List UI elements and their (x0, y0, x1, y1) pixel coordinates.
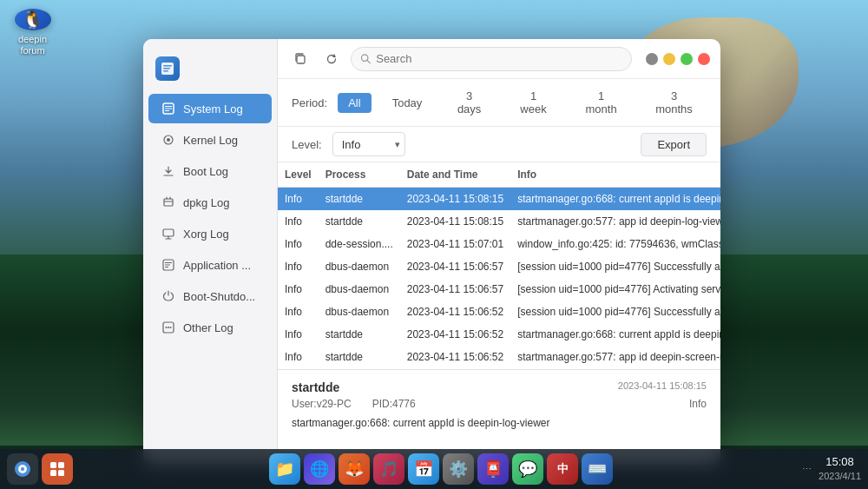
svg-point-19 (168, 327, 169, 328)
minimize-button[interactable]: − (663, 53, 675, 65)
taskbar-icon-app3[interactable]: 🦊 (339, 453, 370, 485)
other-log-label: Other Log (183, 321, 233, 334)
period-3months-button[interactable]: 3 months (641, 86, 707, 119)
cell-process: dbus-daemon (319, 301, 400, 323)
menu-button[interactable]: ⋯ (646, 53, 658, 65)
close-button[interactable]: × (698, 53, 710, 65)
application-log-icon (161, 257, 176, 273)
svg-rect-2 (163, 68, 170, 69)
svg-rect-1 (163, 65, 172, 67)
table-row[interactable]: Info dbus-daemon 2023-04-11 15:06:57 [se… (278, 278, 720, 301)
taskbar-icon-calendar[interactable]: 📅 (408, 453, 439, 485)
svg-point-18 (166, 327, 168, 328)
detail-user: User:v29-PC (292, 398, 352, 410)
cell-process: startdde (319, 346, 400, 368)
table-row[interactable]: Info startdde 2023-04-11 15:08:15 startm… (278, 210, 720, 233)
system-log-label: System Log (183, 102, 243, 116)
cell-process: startdde (319, 210, 400, 233)
taskbar-icon-app8[interactable]: 💬 (512, 453, 543, 485)
sidebar-item-dpkg-log[interactable]: dpkg Log (148, 188, 272, 217)
cell-datetime: 2023-04-11 15:06:52 (400, 301, 510, 323)
table-header-row: Level Process Date and Time Info (278, 162, 720, 188)
taskbar-icon-settings[interactable]: ⚙️ (443, 453, 474, 485)
col-header-datetime: Date and Time (400, 162, 510, 188)
application-log-label: Application ... (183, 259, 251, 272)
sidebar-item-boot-log[interactable]: Boot Log (148, 156, 272, 186)
level-select[interactable]: Info All Warning Error Debug (332, 132, 405, 156)
svg-rect-28 (58, 462, 64, 468)
table-row[interactable]: Info dbus-daemon 2023-04-11 15:06:52 [se… (278, 301, 720, 323)
export-button[interactable]: Export (641, 133, 707, 156)
cell-level: Info (278, 323, 319, 346)
refresh-button[interactable] (319, 47, 344, 71)
table-row[interactable]: Info startdde 2023-04-11 15:06:52 startm… (278, 346, 720, 368)
taskbar-date-display: 2023/4/11 (819, 470, 861, 482)
period-filter-row: Period: All Today 3 days 1 week 1 month … (278, 79, 720, 127)
boot-shutdown-log-label: Boot-Shutdo... (183, 290, 255, 303)
table-row[interactable]: Info dbus-daemon 2023-04-11 15:06:57 [se… (278, 255, 720, 278)
period-all-button[interactable]: All (338, 93, 371, 113)
deepin-logo-icon: 🐧 (15, 9, 51, 30)
dpkg-log-icon (161, 195, 176, 210)
system-log-icon (161, 101, 176, 116)
dpkg-log-label: dpkg Log (183, 196, 230, 209)
svg-rect-11 (164, 199, 173, 206)
cell-info: startmanager.go:577: app id deepin-scree… (510, 346, 720, 368)
cell-process: dde-session.... (319, 233, 400, 255)
desktop-logo[interactable]: 🐧 deepin forum (9, 9, 56, 56)
cell-info: [session uid=1000 pid=4776] Successfully… (510, 255, 720, 278)
cell-level: Info (278, 188, 319, 211)
period-1week-button[interactable]: 1 week (506, 86, 561, 119)
sidebar-item-system-log[interactable]: System Log (148, 94, 272, 123)
detail-level: Info (689, 398, 707, 410)
sidebar: System Log Kernel Log Boot Log (143, 39, 278, 465)
sidebar-item-kernel-log[interactable]: Kernel Log (148, 125, 272, 155)
taskbar-multitask[interactable] (42, 453, 73, 485)
svg-point-9 (167, 138, 170, 142)
table-row[interactable]: Info dde-session.... 2023-04-11 15:07:01… (278, 233, 720, 255)
search-box[interactable] (351, 47, 632, 71)
taskbar-icon-browser[interactable]: 🌐 (304, 453, 335, 485)
sidebar-item-boot-shutdown-log[interactable]: Boot-Shutdo... (148, 281, 272, 311)
taskbar-icon-music[interactable]: 🎵 (373, 453, 404, 485)
boot-shutdown-log-icon (161, 288, 176, 304)
period-1month-button[interactable]: 1 month (571, 86, 631, 119)
cell-datetime: 2023-04-11 15:08:15 (400, 188, 510, 211)
main-content: ⋯ − □ × Period: All Today 3 days 1 week … (278, 39, 720, 465)
log-table: Level Process Date and Time Info Info st… (278, 162, 720, 368)
log-viewer-window: System Log Kernel Log Boot Log (143, 39, 720, 465)
taskbar: 📁 🌐 🦊 🎵 📅 ⚙️ 📮 💬 中 ⌨️ ⋯ 15:08 2023/4/11 (0, 449, 868, 489)
detail-meta: User:v29-PC PID:4776 Info (292, 398, 707, 410)
detail-datetime: 2023-04-11 15:08:15 (618, 380, 707, 391)
cell-datetime: 2023-04-11 15:06:52 (400, 346, 510, 368)
kernel-log-icon (161, 132, 176, 148)
taskbar-icon-cn[interactable]: 中 (547, 453, 578, 485)
table-row[interactable]: Info startdde 2023-04-11 15:06:52 startm… (278, 323, 720, 346)
copy-button[interactable] (288, 47, 312, 71)
taskbar-icon-mail[interactable]: 📮 (477, 453, 509, 485)
maximize-button[interactable]: □ (681, 53, 693, 65)
cell-level: Info (278, 233, 319, 255)
taskbar-icon-keyboard[interactable]: ⌨️ (582, 453, 613, 485)
taskbar-icon-files[interactable]: 📁 (269, 453, 300, 485)
cell-level: Info (278, 346, 319, 368)
sidebar-logo (143, 50, 277, 93)
cell-process: startdde (319, 188, 400, 211)
detail-message: startmanager.go:668: current appId is de… (292, 417, 707, 429)
cell-info: startmanager.go:668: current appId is de… (510, 323, 720, 346)
period-3days-button[interactable]: 3 days (443, 86, 496, 119)
sidebar-item-other-log[interactable]: Other Log (148, 313, 272, 342)
col-header-info: Info (510, 162, 720, 188)
sidebar-item-application-log[interactable]: Application ... (148, 250, 272, 280)
search-input[interactable] (376, 52, 622, 65)
svg-point-20 (170, 327, 172, 328)
cell-datetime: 2023-04-11 15:08:15 (400, 210, 510, 233)
period-today-button[interactable]: Today (382, 93, 433, 113)
deepin-logo-label: deepin forum (9, 34, 56, 56)
svg-rect-30 (58, 470, 64, 476)
taskbar-clock: 15:08 2023/4/11 (819, 455, 861, 482)
taskbar-launcher[interactable] (7, 453, 38, 485)
log-table-container: Level Process Date and Time Info Info st… (278, 162, 720, 369)
sidebar-item-xorg-log[interactable]: Xorg Log (148, 219, 272, 248)
table-row[interactable]: Info startdde 2023-04-11 15:08:15 startm… (278, 188, 720, 211)
